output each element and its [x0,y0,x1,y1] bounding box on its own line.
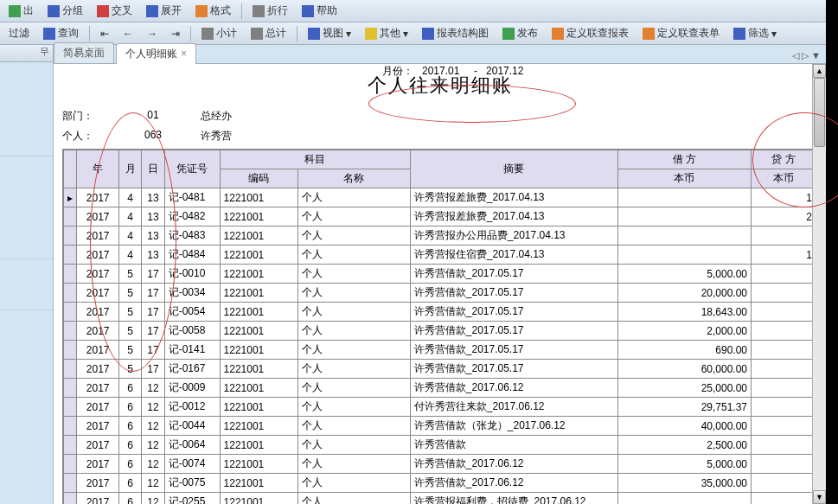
table-row[interactable]: 2017413记-04831221001个人许秀营报办公用品费_2017.04.… [64,226,816,246]
cell-debit [617,207,751,226]
tab-nav-next[interactable]: ▷ [802,50,809,61]
cell-credit [752,322,816,341]
filter-button[interactable]: 过滤 [3,24,35,42]
table-row[interactable]: 2017517记-00101221001个人许秀营借款_2017.05.175,… [64,265,816,284]
table-row[interactable]: 2017517记-00541221001个人许秀营借款_2017.05.1718… [64,303,816,322]
cross-button[interactable]: 交叉 [92,2,138,20]
sidebar-header: 무 [0,45,53,62]
col-debit[interactable]: 借 方 [617,150,751,169]
cell-summary: 许秀营报办公用品费_2017.04.13 [410,226,617,246]
col-subject[interactable]: 科目 [220,150,410,169]
cell-subject-name: 个人 [297,341,410,360]
expand-button[interactable]: 展开 [141,2,187,20]
cell-summary: 许秀营报福利费，招待费_2017.06.12 [410,493,617,505]
cell-subject-name: 个人 [297,360,410,379]
table-row[interactable]: 2017612记-02551221001个人许秀营报福利费，招待费_2017.0… [64,493,816,505]
col-day[interactable]: 日 [142,150,164,188]
col-credit[interactable]: 贷 方 [752,150,816,169]
close-icon[interactable]: × [181,48,187,60]
cell-year: 2017 [77,226,118,246]
help-button[interactable]: 帮助 [297,2,342,20]
format-button[interactable]: 格式 [190,2,236,20]
publish-button[interactable]: 发布 [497,24,543,42]
export-icon [9,5,21,17]
other-button[interactable]: 其他 ▾ [360,24,413,42]
table-row[interactable]: 2017612记-00641221001个人许秀营借款2,500.00 [64,436,816,455]
export-button[interactable]: 出 [3,2,39,20]
cell-debit: 690.00 [617,341,751,360]
nav-first-button[interactable]: ⇤ [95,26,114,41]
cell-code: 1221001 [220,360,297,379]
defform-button[interactable]: 定义联查表单 [637,24,725,42]
table-row[interactable]: 2017413记-04821221001个人许秀营报差旅费_2017.04.13… [64,207,816,226]
tab-simple-desktop[interactable]: 简易桌面 [54,42,114,63]
person-code: 063 [123,129,183,144]
table-row[interactable]: 2017612记-00441221001个人许秀营借款（张龙）_2017.06.… [64,417,816,436]
group-button[interactable]: 分组 [42,2,88,20]
subtotal-button[interactable]: 小计 [196,24,242,42]
scroll-up-button[interactable]: ▲ [813,64,826,78]
cell-voucher: 记-0064 [164,436,220,455]
sidebar-item[interactable] [0,243,53,259]
cell-debit [617,493,751,505]
table-row[interactable]: 2017612记-00741221001个人许秀营借款_2017.06.125,… [64,455,816,474]
cell-month: 5 [118,303,141,322]
cell-subject-name: 个人 [297,303,410,322]
cell-credit: 2 [752,207,816,226]
query-button[interactable]: 查询 [38,24,84,42]
sidebar-item[interactable] [0,294,53,310]
cell-month: 5 [118,265,141,284]
vertical-scrollbar[interactable]: ▲ ▼ [812,64,826,504]
col-debit-local[interactable]: 本币 [617,169,751,188]
report-header-row-2: 个人： 063 许秀营 [62,129,817,144]
data-grid[interactable]: 年 月 日 凭证号 科目 摘要 借 方 贷 方 编码 名称 本币 本币 [62,149,817,504]
tab-nav-prev[interactable]: ◁ [792,50,799,61]
nav-prev-button[interactable]: ← [118,26,138,41]
cell-voucher: 记-0074 [164,455,220,474]
row-marker [64,341,77,360]
cell-credit [752,417,816,436]
col-month[interactable]: 月 [118,150,141,188]
col-year[interactable]: 年 [77,150,118,188]
nav-next-button[interactable]: → [142,26,163,41]
defreport-button[interactable]: 定义联查报表 [547,24,634,42]
cell-credit [752,226,816,246]
col-subject-name[interactable]: 名称 [297,169,410,188]
cell-voucher: 记-0010 [164,265,220,284]
cell-code: 1221001 [220,417,297,436]
table-row[interactable]: 2017517记-01671221001个人许秀营借款_2017.05.1760… [64,360,816,379]
table-row[interactable]: 2017413记-04841221001个人许秀营报住宿费_2017.04.13… [64,246,816,265]
view-button[interactable]: 视图 ▾ [303,24,356,42]
cell-credit [752,436,816,455]
sidebar-item[interactable] [0,140,53,156]
table-row[interactable]: 2017517记-00341221001个人许秀营借款_2017.05.1720… [64,284,816,303]
table-row[interactable]: 2017517记-00581221001个人许秀营借款_2017.05.172,… [64,322,816,341]
tab-personal-detail[interactable]: 个人明细账× [116,43,196,64]
filter2-button[interactable]: 筛选 ▾ [728,24,782,42]
col-credit-local[interactable]: 本币 [752,169,816,188]
col-summary[interactable]: 摘要 [410,150,617,188]
col-subject-code[interactable]: 编码 [220,169,297,188]
wrap-button[interactable]: 折行 [247,2,293,20]
table-row[interactable]: 2017612记-00121221001个人付许秀营往来款_2017.06.12… [64,398,816,417]
scroll-down-button[interactable]: ▼ [813,490,826,504]
cell-credit [752,265,816,284]
total-button[interactable]: 总计 [246,24,291,42]
cell-credit [752,493,816,505]
cell-credit: 1 [752,188,816,207]
cell-summary: 许秀营借款_2017.05.17 [410,341,617,360]
cell-month: 6 [118,455,141,474]
nav-last-button[interactable]: ⇥ [166,26,185,41]
cell-debit: 2,000.00 [617,322,751,341]
table-row[interactable]: ▸2017413记-04811221001个人许秀营报差旅费_2017.04.1… [64,188,816,207]
table-row[interactable]: 2017612记-00751221001个人许秀营借款_2017.06.1235… [64,474,816,493]
col-voucher[interactable]: 凭证号 [164,150,220,188]
row-marker [64,246,77,265]
scroll-thumb[interactable] [814,78,825,147]
table-row[interactable]: 2017612记-00091221001个人许秀营借款_2017.06.1225… [64,379,816,398]
tab-nav-menu[interactable]: ▼ [811,50,821,61]
cell-summary: 许秀营借款_2017.06.12 [410,474,617,493]
row-marker [64,207,77,226]
struct-button[interactable]: 报表结构图 [417,24,494,42]
table-row[interactable]: 2017517记-01411221001个人许秀营借款_2017.05.1769… [64,341,816,360]
